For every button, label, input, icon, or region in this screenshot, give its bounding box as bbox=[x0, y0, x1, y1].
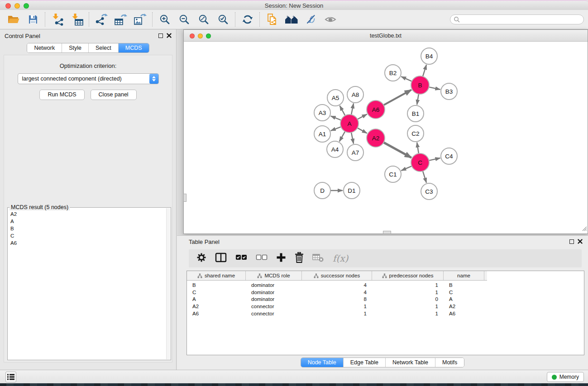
tab-select[interactable]: Select bbox=[88, 43, 118, 52]
zoom-fit-icon[interactable] bbox=[194, 11, 213, 28]
column-header-predecessor-nodes[interactable]: predecessor nodes bbox=[372, 271, 444, 280]
node-A[interactable]: A bbox=[340, 114, 359, 133]
criterion-dropdown[interactable]: largest connected component (directed) bbox=[18, 73, 159, 84]
function-builder-icon[interactable]: f bbox=[301, 11, 320, 28]
cell[interactable]: B bbox=[187, 282, 246, 288]
search-field[interactable] bbox=[450, 14, 584, 24]
export-image-icon[interactable] bbox=[130, 11, 150, 28]
node-C2[interactable]: C2 bbox=[407, 125, 424, 142]
select-all-icon[interactable] bbox=[235, 254, 247, 262]
node-C3[interactable]: C3 bbox=[421, 183, 437, 200]
zoom-selected-icon[interactable] bbox=[213, 11, 233, 28]
edge-A-A2[interactable] bbox=[357, 128, 367, 133]
tab-style[interactable]: Style bbox=[62, 43, 88, 52]
edge-A-A8[interactable] bbox=[351, 104, 354, 115]
column-header-shared-name[interactable]: shared name bbox=[187, 271, 246, 280]
cell[interactable]: dominator bbox=[246, 282, 302, 288]
network-canvas[interactable]: B4B2BB3A5A8A6B1A3AC2A1A2A4A7C4CC1C3DD1 bbox=[184, 42, 588, 234]
task-history-button[interactable] bbox=[5, 372, 16, 382]
delete-icon[interactable] bbox=[295, 252, 304, 265]
column-header-successor-nodes[interactable]: successor nodes bbox=[302, 271, 372, 280]
refresh-icon[interactable] bbox=[238, 11, 257, 28]
cell[interactable]: 4 bbox=[302, 282, 372, 288]
run-mcds-button[interactable]: Run MCDS bbox=[39, 90, 84, 100]
import-network-icon[interactable] bbox=[48, 11, 67, 28]
zoom-in-icon[interactable] bbox=[155, 11, 174, 28]
cell[interactable]: 4 bbox=[302, 290, 372, 295]
show-hide-icon[interactable] bbox=[320, 11, 340, 28]
result-scrollbar[interactable] bbox=[166, 208, 170, 359]
cell[interactable]: 1 bbox=[372, 304, 444, 309]
table-column-icon[interactable] bbox=[215, 252, 227, 265]
float-panel-icon[interactable] bbox=[158, 33, 163, 38]
node-A1[interactable]: A1 bbox=[314, 126, 330, 142]
cell[interactable]: A bbox=[187, 296, 246, 302]
zoom-out-icon[interactable] bbox=[174, 11, 194, 28]
resize-grip-icon[interactable] bbox=[581, 225, 587, 233]
network-window-titlebar[interactable]: testGlobe.txt bbox=[184, 30, 588, 42]
cell[interactable]: B bbox=[444, 282, 484, 288]
table-settings-icon[interactable] bbox=[196, 253, 206, 264]
cell[interactable]: 1 bbox=[372, 282, 444, 288]
edge-A2-C[interactable] bbox=[383, 142, 411, 157]
cell[interactable]: 1 bbox=[372, 290, 444, 295]
column-header-name[interactable]: name bbox=[444, 271, 484, 280]
edge-B-B3[interactable] bbox=[429, 87, 440, 90]
node-A3[interactable]: A3 bbox=[314, 105, 330, 121]
edge-B-B1[interactable] bbox=[417, 94, 419, 105]
column-header-MCDS-role[interactable]: MCDS role bbox=[246, 271, 302, 280]
edge-A-A5[interactable] bbox=[340, 106, 345, 116]
node-A7[interactable]: A7 bbox=[347, 144, 363, 161]
clone-network-icon[interactable] bbox=[262, 11, 282, 28]
cell[interactable]: dominator bbox=[246, 296, 302, 302]
cell[interactable]: C bbox=[187, 290, 246, 295]
import-table-icon[interactable] bbox=[67, 11, 86, 28]
cell[interactable]: connector bbox=[246, 304, 302, 309]
tab-node-table[interactable]: Node Table bbox=[301, 358, 343, 367]
node-A5[interactable]: A5 bbox=[327, 90, 344, 106]
table-row[interactable]: Adominator80A bbox=[187, 295, 584, 303]
tab-network[interactable]: Network bbox=[27, 43, 62, 52]
home-icon[interactable] bbox=[282, 11, 301, 28]
add-icon[interactable] bbox=[276, 253, 286, 264]
cell[interactable]: A bbox=[444, 296, 484, 302]
cell[interactable]: A2 bbox=[187, 304, 246, 309]
node-B2[interactable]: B2 bbox=[385, 65, 401, 81]
node-A6[interactable]: A6 bbox=[367, 100, 385, 119]
edge-B-B2[interactable] bbox=[401, 76, 412, 81]
node-B3[interactable]: B3 bbox=[441, 83, 457, 100]
tab-mcds[interactable]: MCDS bbox=[118, 43, 149, 52]
node-A8[interactable]: A8 bbox=[347, 86, 363, 103]
cell[interactable]: dominator bbox=[246, 290, 302, 295]
cell[interactable]: C bbox=[444, 290, 484, 295]
cell[interactable]: A2 bbox=[444, 304, 484, 309]
edge-A-A3[interactable] bbox=[331, 116, 342, 120]
edge-B-B4[interactable] bbox=[423, 65, 426, 77]
search-input[interactable] bbox=[462, 15, 583, 24]
cell[interactable]: 1 bbox=[372, 311, 444, 316]
cell[interactable]: 1 bbox=[302, 311, 372, 316]
deselect-all-icon[interactable] bbox=[256, 254, 268, 262]
close-table-panel-icon[interactable] bbox=[578, 238, 583, 246]
node-A4[interactable]: A4 bbox=[327, 141, 343, 157]
tab-edge-table[interactable]: Edge Table bbox=[343, 358, 385, 367]
edge-C-C3[interactable] bbox=[423, 171, 426, 183]
save-session-icon[interactable] bbox=[23, 11, 43, 28]
memory-button[interactable]: Memory bbox=[547, 372, 584, 382]
edge-A-A1[interactable] bbox=[331, 127, 342, 131]
cell[interactable]: 8 bbox=[302, 296, 372, 302]
window-left-handle[interactable] bbox=[183, 194, 186, 202]
node-B1[interactable]: B1 bbox=[407, 105, 424, 122]
table-row[interactable]: A6connector11A6 bbox=[187, 310, 584, 317]
edge-C-C1[interactable] bbox=[401, 166, 412, 171]
node-D[interactable]: D bbox=[314, 182, 330, 199]
node-C[interactable]: C bbox=[411, 153, 429, 172]
node-B[interactable]: B bbox=[411, 76, 429, 94]
edge-C-C4[interactable] bbox=[429, 158, 440, 161]
node-C4[interactable]: C4 bbox=[441, 148, 457, 164]
table-row[interactable]: Bdominator41B bbox=[187, 281, 584, 289]
export-network-icon[interactable] bbox=[91, 11, 111, 28]
table-row[interactable]: A2connector11A2 bbox=[187, 303, 584, 310]
edge-A-A4[interactable] bbox=[339, 131, 345, 142]
tab-network-table[interactable]: Network Table bbox=[385, 358, 435, 367]
